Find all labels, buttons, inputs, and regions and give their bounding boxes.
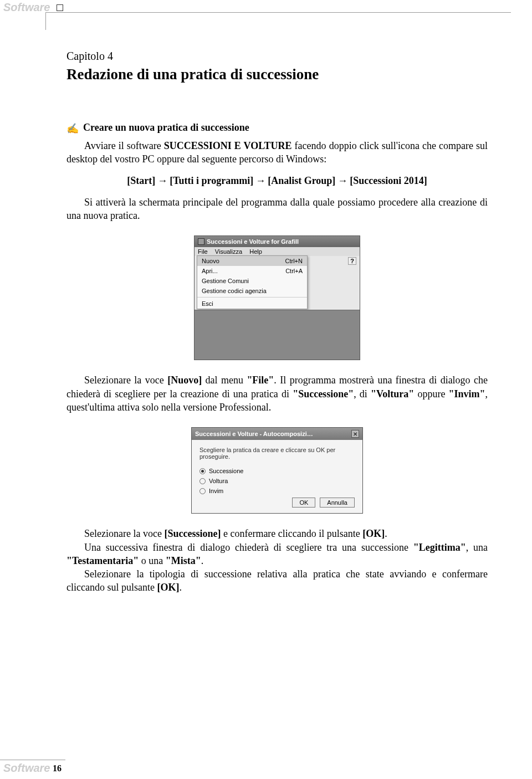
text-bold: "Voltura" (371, 388, 414, 399)
text-bold: "Testamentaria" (66, 555, 139, 566)
ok-button[interactable]: OK (292, 498, 315, 508)
menu-item-label: Gestione codici agenzia (202, 288, 267, 294)
text: Selezionare la voce (84, 375, 167, 386)
header-vrule (45, 12, 46, 30)
menubar: File Visualizza Help (195, 247, 360, 256)
text-bold: [OK] (362, 528, 385, 539)
radio-icon (200, 478, 206, 484)
chapter-label: Capitolo 4 (66, 50, 488, 63)
radio-label: Invim (209, 488, 223, 494)
dialog-body: Scegliere la pratica da creare e cliccar… (192, 440, 362, 513)
page-content: Capitolo 4 Redazione di una pratica di s… (66, 50, 488, 594)
text-bold: [Nuovo] (167, 375, 202, 386)
arrow-icon: → (337, 175, 347, 187)
dialog-message: Scegliere la pratica da creare e cliccar… (200, 447, 355, 460)
menu-item-esci[interactable]: Esci (197, 299, 307, 309)
text-bold: "Legittima" (413, 542, 466, 553)
page-number: 16 (53, 763, 62, 773)
pointer-icon: ✍ (66, 122, 79, 136)
app-window-screenshot: Successioni e Volture for Grafill File V… (194, 235, 360, 360)
section-heading: ✍ Creare un nuova pratica di successione (66, 122, 488, 136)
app-icon (198, 238, 204, 245)
path-seg: [Tutti i programmi] (170, 175, 253, 186)
arrow-icon: → (157, 175, 167, 187)
text: Si attiverà la schermata principale del … (66, 197, 488, 221)
menu-separator (197, 297, 307, 298)
text-bold: "File" (247, 375, 274, 386)
menu-item-label: Nuovo (202, 258, 219, 264)
path-line: [Start]→[Tutti i programmi]→[Analist Gro… (66, 175, 488, 187)
footer-tab-label: Software (0, 762, 53, 775)
radio-icon (200, 488, 206, 494)
header-box-icon (57, 4, 63, 11)
menu-item-gestione-comuni[interactable]: Gestione Comuni (197, 276, 307, 286)
arrow-icon: → (255, 175, 265, 187)
dialog-buttons: OK Annulla (200, 498, 355, 508)
cancel-button[interactable]: Annulla (320, 498, 355, 508)
paragraph-6: Selezionare la tipologia di successione … (66, 567, 488, 594)
text-bold: "Invim" (449, 388, 485, 399)
help-icon[interactable]: ? (348, 257, 356, 265)
paragraph-5: Una successiva finestra di dialogo chied… (66, 541, 488, 568)
menu-file[interactable]: File (198, 248, 208, 255)
text: Selezionare la voce (84, 528, 164, 539)
path-seg: [Successioni 2014] (350, 175, 427, 186)
text: Avviare il software (84, 140, 164, 151)
paragraph-3: Selezionare la voce [Nuovo] dal menu "Fi… (66, 373, 488, 414)
text: oppure (414, 388, 448, 399)
dialog-title: Successioni e Volture - Autocomposizi… (195, 430, 313, 437)
menu-item-label: Gestione Comuni (202, 278, 249, 284)
radio-voltura[interactable]: Voltura (200, 478, 355, 484)
text-bold: [Successione] (164, 528, 221, 539)
radio-invim[interactable]: Invim (200, 488, 355, 494)
footer-tab: Software (0, 762, 53, 775)
header-rule (45, 12, 511, 13)
menu-item-label: Esci (202, 300, 213, 307)
text: . (201, 555, 204, 566)
menu-item-apri[interactable]: Apri...Ctrl+A (197, 266, 307, 276)
page-title: Redazione di una pratica di successione (66, 66, 488, 83)
paragraph-4: Selezionare la voce [Successione] e conf… (66, 527, 488, 540)
dialog-screenshot: Successioni e Volture - Autocomposizi… ✕… (191, 427, 363, 514)
text: Selezionare la tipologia di successione … (66, 568, 488, 593)
menu-item-shortcut: Ctrl+N (285, 258, 303, 264)
text-bold: [OK] (157, 582, 179, 593)
radio-icon (200, 468, 206, 474)
text-bold: "Mista" (166, 555, 201, 566)
radio-label: Successione (209, 468, 243, 474)
path-seg: [Start] (127, 175, 155, 186)
window-body (195, 310, 360, 360)
paragraph-2: Si attiverà la schermata principale del … (66, 196, 488, 223)
dialog-titlebar: Successioni e Volture - Autocomposizi… ✕ (192, 428, 362, 440)
window-title: Successioni e Volture for Grafill (207, 238, 299, 245)
close-icon[interactable]: ✕ (351, 430, 359, 438)
text: dal menu (202, 375, 247, 386)
text-bold: "Successione" (293, 388, 354, 399)
paragraph-1: Avviare il software SUCCESSIONI E VOLTUR… (66, 139, 488, 166)
file-menu-dropdown: NuovoCtrl+N Apri...Ctrl+A Gestione Comun… (197, 255, 308, 309)
text: . (179, 582, 182, 593)
path-seg: [Analist Group] (268, 175, 335, 186)
text: , una (466, 542, 488, 553)
text: e confermare cliccando il pulsante (221, 528, 362, 539)
section-title: Creare un nuova pratica di successione (83, 122, 249, 134)
window-titlebar: Successioni e Volture for Grafill (195, 236, 360, 247)
text-bold: SUCCESSIONI E VOLTURE (164, 140, 292, 151)
text: Una successiva finestra di dialogo chied… (84, 542, 413, 553)
text: , di (354, 388, 371, 399)
menu-item-gestione-codici[interactable]: Gestione codici agenzia (197, 286, 307, 296)
menu-visualizza[interactable]: Visualizza (215, 248, 242, 255)
menu-item-label: Apri... (202, 268, 218, 274)
menu-help[interactable]: Help (249, 248, 262, 255)
radio-successione[interactable]: Successione (200, 468, 355, 474)
radio-label: Voltura (209, 478, 228, 484)
text: o una (139, 555, 166, 566)
menu-item-shortcut: Ctrl+A (285, 268, 303, 274)
footer-rule (0, 760, 65, 760)
text: . (385, 528, 387, 539)
menu-item-nuovo[interactable]: NuovoCtrl+N (197, 256, 307, 266)
